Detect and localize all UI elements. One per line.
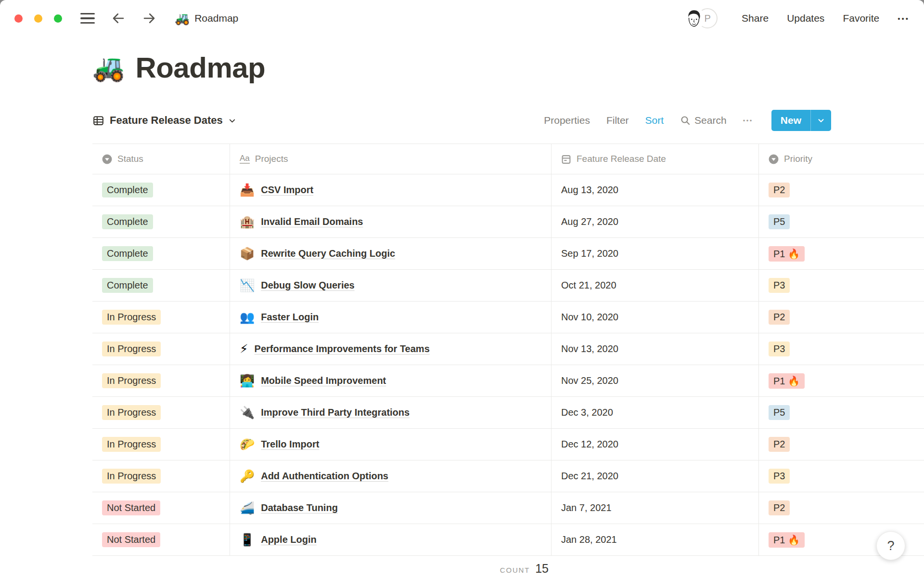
share-button[interactable]: Share: [742, 13, 769, 24]
status-badge[interactable]: Complete: [102, 278, 153, 293]
project-cell[interactable]: 👥 Faster Login: [230, 302, 552, 333]
new-button[interactable]: New: [771, 110, 810, 131]
priority-cell[interactable]: P1 🔥: [759, 238, 924, 269]
status-badge[interactable]: In Progress: [102, 373, 161, 388]
release-date-cell[interactable]: Dec 3, 2020: [552, 397, 759, 428]
release-date-cell[interactable]: Jan 28, 2021: [552, 524, 759, 555]
properties-button[interactable]: Properties: [544, 115, 590, 126]
status-cell[interactable]: In Progress: [92, 365, 230, 396]
status-cell[interactable]: In Progress: [92, 429, 230, 460]
help-button[interactable]: ?: [876, 531, 905, 560]
more-options-icon[interactable]: •••: [898, 14, 910, 23]
status-badge[interactable]: In Progress: [102, 405, 161, 420]
project-link[interactable]: Apple Login: [261, 534, 317, 545]
view-more-icon[interactable]: •••: [743, 117, 753, 124]
page-icon-tractor[interactable]: 🚜: [92, 50, 125, 85]
status-cell[interactable]: Not Started: [92, 492, 230, 524]
project-cell[interactable]: 📦 Rewrite Query Caching Logic: [230, 238, 552, 269]
priority-cell[interactable]: P2: [759, 429, 924, 460]
page-title[interactable]: Roadmap: [135, 51, 265, 84]
project-link[interactable]: CSV Import: [261, 184, 313, 196]
project-link[interactable]: Improve Third Party Integrations: [261, 407, 410, 418]
column-header-priority[interactable]: Priority: [759, 144, 924, 174]
status-badge[interactable]: In Progress: [102, 342, 161, 356]
project-link[interactable]: Rewrite Query Caching Logic: [261, 248, 395, 259]
column-header-release-date[interactable]: Feature Release Date: [552, 144, 759, 174]
release-date-cell[interactable]: Nov 13, 2020: [552, 333, 759, 365]
priority-badge[interactable]: P3: [769, 469, 790, 484]
release-date-cell[interactable]: Nov 25, 2020: [552, 365, 759, 396]
sort-button[interactable]: Sort: [645, 115, 664, 126]
priority-badge[interactable]: P1 🔥: [769, 373, 805, 389]
priority-badge[interactable]: P2: [769, 437, 790, 452]
project-cell[interactable]: 🏨 Invalid Email Domains: [230, 206, 552, 237]
project-cell[interactable]: 🚄 Database Tuning: [230, 492, 552, 524]
project-cell[interactable]: 👩‍💻 Mobile Speed Improvement: [230, 365, 552, 396]
release-date-cell[interactable]: Dec 12, 2020: [552, 429, 759, 460]
favorite-button[interactable]: Favorite: [843, 13, 879, 24]
status-badge[interactable]: Not Started: [102, 500, 160, 515]
status-badge[interactable]: In Progress: [102, 437, 161, 452]
priority-cell[interactable]: P2: [759, 174, 924, 206]
project-link[interactable]: Trello Import: [261, 439, 319, 450]
column-header-status[interactable]: Status: [92, 144, 230, 174]
sidebar-menu-icon[interactable]: [80, 13, 95, 24]
priority-badge[interactable]: P3: [769, 342, 790, 356]
release-date-cell[interactable]: Aug 27, 2020: [552, 206, 759, 237]
project-cell[interactable]: 📥 CSV Import: [230, 174, 552, 206]
priority-cell[interactable]: P1 🔥: [759, 365, 924, 396]
status-badge[interactable]: In Progress: [102, 310, 161, 325]
count-label[interactable]: COUNT: [500, 566, 530, 574]
release-date-cell[interactable]: Sep 17, 2020: [552, 238, 759, 269]
minimize-button[interactable]: [34, 14, 42, 23]
priority-cell[interactable]: P5: [759, 206, 924, 237]
status-cell[interactable]: In Progress: [92, 397, 230, 428]
status-cell[interactable]: In Progress: [92, 460, 230, 492]
release-date-cell[interactable]: Jan 7, 2021: [552, 492, 759, 524]
status-badge[interactable]: Not Started: [102, 532, 160, 547]
status-badge[interactable]: Complete: [102, 214, 153, 229]
priority-badge[interactable]: P1 🔥: [769, 532, 805, 548]
project-cell[interactable]: 🌮 Trello Import: [230, 429, 552, 460]
priority-cell[interactable]: P5: [759, 397, 924, 428]
priority-badge[interactable]: P2: [769, 310, 790, 325]
view-switcher[interactable]: Feature Release Dates: [92, 114, 236, 127]
user-avatar[interactable]: [684, 8, 704, 28]
project-link[interactable]: Invalid Email Domains: [261, 216, 363, 227]
priority-badge[interactable]: P3: [769, 278, 790, 293]
project-cell[interactable]: 🔑 Add Authentication Options: [230, 460, 552, 492]
release-date-cell[interactable]: Aug 13, 2020: [552, 174, 759, 206]
release-date-cell[interactable]: Oct 21, 2020: [552, 270, 759, 301]
search-button[interactable]: Search: [680, 115, 727, 126]
project-link[interactable]: Debug Slow Queries: [261, 280, 354, 291]
status-badge[interactable]: In Progress: [102, 469, 161, 484]
project-cell[interactable]: ⚡ Performance Improvements for Teams: [230, 333, 552, 365]
project-link[interactable]: Performance Improvements for Teams: [255, 343, 430, 355]
column-header-projects[interactable]: Aa Projects: [230, 144, 552, 174]
priority-badge[interactable]: P5: [769, 405, 790, 420]
status-cell[interactable]: In Progress: [92, 302, 230, 333]
new-dropdown-button[interactable]: [811, 110, 831, 131]
status-cell[interactable]: Complete: [92, 206, 230, 237]
priority-badge[interactable]: P5: [769, 214, 790, 229]
priority-cell[interactable]: P3: [759, 460, 924, 492]
project-link[interactable]: Database Tuning: [261, 502, 338, 513]
release-date-cell[interactable]: Nov 10, 2020: [552, 302, 759, 333]
close-button[interactable]: [14, 14, 23, 23]
project-link[interactable]: Add Authentication Options: [261, 471, 388, 482]
project-cell[interactable]: 📱 Apple Login: [230, 524, 552, 555]
status-cell[interactable]: In Progress: [92, 333, 230, 365]
status-cell[interactable]: Complete: [92, 238, 230, 269]
status-badge[interactable]: Complete: [102, 183, 153, 197]
status-cell[interactable]: Not Started: [92, 524, 230, 555]
project-link[interactable]: Faster Login: [261, 312, 319, 323]
count-value[interactable]: 15: [535, 562, 549, 576]
priority-cell[interactable]: P2: [759, 302, 924, 333]
priority-badge[interactable]: P1 🔥: [769, 246, 805, 262]
back-button[interactable]: [111, 11, 126, 26]
project-cell[interactable]: 📉 Debug Slow Queries: [230, 270, 552, 301]
status-badge[interactable]: Complete: [102, 246, 153, 261]
filter-button[interactable]: Filter: [606, 115, 629, 126]
release-date-cell[interactable]: Dec 21, 2020: [552, 460, 759, 492]
priority-badge[interactable]: P2: [769, 500, 790, 515]
